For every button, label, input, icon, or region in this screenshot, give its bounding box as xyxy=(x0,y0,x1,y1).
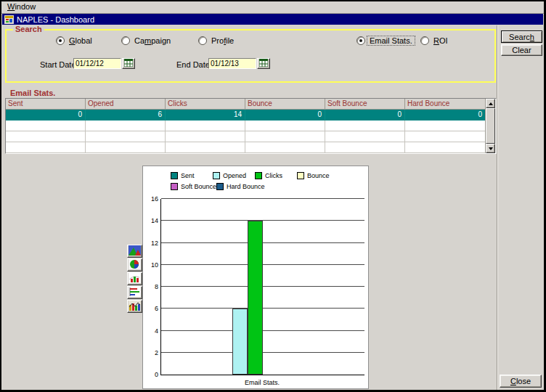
email-stats-table: SentOpenedClicksBounceSoft BounceHard Bo… xyxy=(5,98,497,154)
table-row[interactable] xyxy=(6,121,486,131)
table-cell[interactable]: 0 xyxy=(325,110,405,121)
gridline xyxy=(161,352,364,353)
table-row[interactable] xyxy=(6,142,486,153)
y-tick-label: 4 xyxy=(144,327,158,335)
table-cell[interactable] xyxy=(166,142,245,153)
column-header[interactable]: Opened xyxy=(86,99,166,110)
radio-label[interactable]: ROI xyxy=(431,36,450,45)
table-cell[interactable] xyxy=(6,121,86,131)
scroll-up-button[interactable] xyxy=(486,99,495,108)
start-date-label: Start Date xyxy=(40,60,76,69)
radio-profile[interactable]: Profile xyxy=(198,36,236,45)
legend-item: Hard Bounce xyxy=(216,183,262,190)
end-date-label: End Date xyxy=(176,60,210,69)
table-cell[interactable] xyxy=(405,121,486,131)
start-date-input[interactable] xyxy=(73,58,121,69)
legend-item: Opened xyxy=(213,172,255,179)
radio-circle-icon[interactable] xyxy=(420,36,429,45)
column-header[interactable]: Sent xyxy=(6,99,86,110)
radio-circle-icon[interactable] xyxy=(356,36,365,45)
table-cell[interactable] xyxy=(405,142,486,153)
legend-item: Bounce xyxy=(297,172,339,179)
title-bar[interactable]: NAPLES - Dashboard xyxy=(2,14,543,25)
legend-swatch xyxy=(171,183,178,190)
radio-label[interactable]: Campaign xyxy=(132,36,173,45)
radio-global[interactable]: Global xyxy=(56,36,94,45)
column-header[interactable]: Soft Bounce xyxy=(325,99,405,110)
legend-swatch xyxy=(297,172,304,179)
table-cell[interactable]: 6 xyxy=(86,110,166,121)
y-tick-label: 16 xyxy=(144,195,158,203)
radio-label[interactable]: Profile xyxy=(209,36,236,45)
radio-circle-icon[interactable] xyxy=(56,36,65,45)
clear-button[interactable]: Clear xyxy=(501,44,542,56)
radio-label[interactable]: Email Stats. xyxy=(367,36,415,45)
legend-swatch xyxy=(171,172,178,179)
calendar-icon xyxy=(124,58,133,69)
bar-opened xyxy=(232,309,248,375)
table-row[interactable]: 0614000 xyxy=(6,110,486,121)
legend-item: Soft Bounce xyxy=(171,183,216,190)
y-tick-label: 12 xyxy=(144,240,158,247)
chart-panel: SentOpenedClicksBounce Soft BounceHard B… xyxy=(142,166,369,389)
table-scrollbar[interactable] xyxy=(485,99,496,153)
pie-chart-icon-button[interactable] xyxy=(127,258,142,271)
table-cell[interactable] xyxy=(166,121,245,131)
arrow-up-icon xyxy=(489,102,493,105)
table-cell[interactable] xyxy=(6,131,86,142)
radio-campaign[interactable]: Campaign xyxy=(121,36,173,45)
table-cell[interactable] xyxy=(6,142,86,153)
table-caption: Email Stats. xyxy=(10,89,55,97)
bar-chart-icon xyxy=(129,273,141,285)
legend-label: Sent xyxy=(181,172,195,179)
y-tick-label: 0 xyxy=(144,371,158,378)
menu-window[interactable]: Window xyxy=(4,1,39,12)
table-cell[interactable] xyxy=(166,131,245,142)
table-cell[interactable] xyxy=(245,142,325,153)
y-tick-label: 10 xyxy=(144,261,158,269)
gridline xyxy=(161,264,364,265)
legend-label: Bounce xyxy=(307,172,330,179)
bar-clicks xyxy=(248,221,263,375)
table-cell[interactable] xyxy=(86,121,166,131)
table-header-row: SentOpenedClicksBounceSoft BounceHard Bo… xyxy=(6,99,486,110)
table-cell[interactable] xyxy=(86,131,166,142)
scrollbar-thumb[interactable] xyxy=(486,108,495,144)
end-date-calendar-button[interactable] xyxy=(257,58,270,69)
mixed-chart-icon-button[interactable] xyxy=(127,300,142,313)
gridline xyxy=(161,330,364,331)
table-cell[interactable] xyxy=(325,131,405,142)
radio-email-stats[interactable]: Email Stats. xyxy=(356,36,415,45)
bar-chart-icon-button[interactable] xyxy=(127,272,142,285)
mixed-chart-icon xyxy=(129,301,141,313)
table-cell[interactable]: 0 xyxy=(405,110,486,121)
hbar-chart-icon-button[interactable] xyxy=(127,286,142,299)
table-cell[interactable]: 14 xyxy=(166,110,245,121)
column-header[interactable]: Clicks xyxy=(166,99,245,110)
table-cell[interactable] xyxy=(325,121,405,131)
gridline xyxy=(161,286,364,287)
start-date-calendar-button[interactable] xyxy=(122,58,135,69)
table-row[interactable] xyxy=(6,131,486,142)
table-cell[interactable] xyxy=(245,131,325,142)
table-cell[interactable]: 0 xyxy=(245,110,325,121)
radio-roi[interactable]: ROI xyxy=(420,36,450,45)
table-cell[interactable] xyxy=(325,142,405,153)
menu-bar: Window xyxy=(1,1,544,14)
table-cell[interactable] xyxy=(86,142,166,153)
radio-circle-icon[interactable] xyxy=(121,36,130,45)
legend-label: Opened xyxy=(223,172,246,179)
radio-circle-icon[interactable] xyxy=(198,36,207,45)
radio-label[interactable]: Global xyxy=(67,36,94,45)
column-header[interactable]: Hard Bounce xyxy=(405,99,486,110)
form-window-icon xyxy=(4,15,14,24)
close-button[interactable]: Close xyxy=(500,375,542,388)
search-button[interactable]: Search xyxy=(501,30,542,43)
end-date-input[interactable] xyxy=(208,58,256,69)
column-header[interactable]: Bounce xyxy=(245,99,325,110)
table-cell[interactable]: 0 xyxy=(6,110,86,121)
area-chart-icon-button[interactable] xyxy=(127,245,142,258)
table-cell[interactable] xyxy=(245,121,325,131)
table-cell[interactable] xyxy=(405,131,486,142)
scroll-down-button[interactable] xyxy=(486,144,495,153)
